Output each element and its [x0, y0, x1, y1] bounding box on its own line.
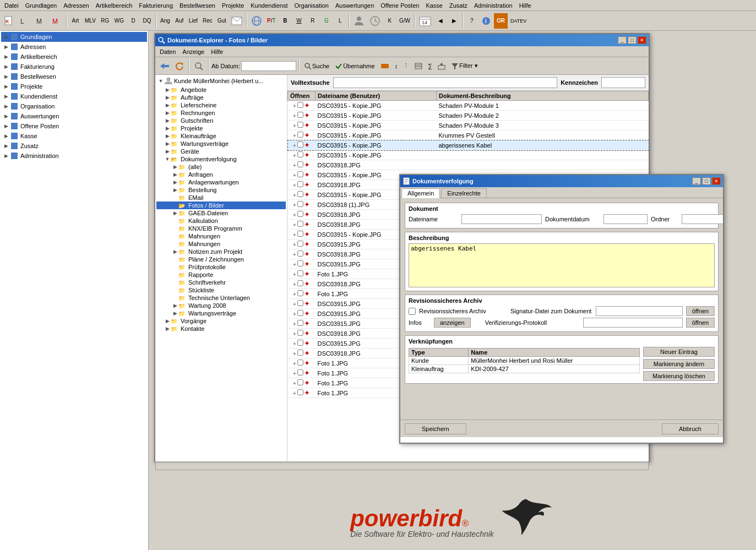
- tree-gutschriften[interactable]: ▶ 📁 Gutschriften: [156, 117, 286, 124]
- col-oeffnen[interactable]: Öffnen: [288, 91, 316, 101]
- menu-artikelbereich[interactable]: Artikelbereich: [93, 2, 136, 9]
- de-uebernahme-btn[interactable]: Übernahme: [333, 61, 377, 71]
- horizontal-scrollbar[interactable]: [155, 462, 649, 470]
- sidebar-item-offene-posten[interactable]: ▶ Offene Posten: [1, 121, 147, 131]
- dv-signatur-input[interactable]: [596, 306, 682, 316]
- dv-dateiname-input[interactable]: [461, 214, 542, 224]
- menu-administration[interactable]: Administration: [471, 2, 516, 9]
- tb-k[interactable]: K: [383, 13, 396, 29]
- de-menu-hilfe[interactable]: Hilfe: [208, 48, 226, 56]
- de-sigma-btn[interactable]: ∑: [426, 62, 434, 70]
- tree-wartungsvertraege2[interactable]: ▶ 📁 Wartungsverträge: [156, 309, 286, 317]
- table-row[interactable]: +✦DSC03915 - Kopie.JPGabgerissenes Kabel: [288, 140, 649, 150]
- doc-explorer-titlebar[interactable]: Dokument-Explorer - Fotos / Bilder _ □ ✕: [155, 34, 649, 46]
- kennzeichen-input[interactable]: [601, 77, 645, 88]
- dv-speichern-btn[interactable]: Speichern: [405, 423, 466, 434]
- table-row[interactable]: +✦DSC03915 - Kopie.JPGKrummes PV Gestell: [288, 130, 649, 140]
- de-menu-anzeige[interactable]: Anzeige: [179, 48, 208, 56]
- dv-close-button[interactable]: ✕: [712, 177, 721, 185]
- tb-dq[interactable]: DQ: [140, 13, 154, 29]
- de-export-btn[interactable]: [436, 61, 448, 71]
- de-search-btn[interactable]: [192, 60, 206, 72]
- de-back-btn[interactable]: [157, 61, 172, 71]
- tb-btn-m2[interactable]: M: [49, 13, 64, 29]
- tree-dokumentverfolgung[interactable]: ▼ 📂 Dokumentverfolgung: [156, 155, 286, 163]
- tab-einzelrechte[interactable]: Einzelrechte: [441, 188, 487, 198]
- sidebar-item-fakturierung[interactable]: ▶ Fakturierung: [1, 62, 147, 72]
- tb-rec[interactable]: Rec: [200, 13, 215, 29]
- tree-kalkulation[interactable]: 📁 Kalkulation: [156, 217, 286, 225]
- sidebar-item-bestellwesen[interactable]: ▶ Bestellwesen: [1, 72, 147, 81]
- menu-zusatz[interactable]: Zusatz: [446, 2, 471, 9]
- tb-btn-new[interactable]: K: [1, 13, 17, 29]
- table-row[interactable]: +✦DSC03918.JPG: [288, 160, 649, 170]
- col-beschreibung[interactable]: Dokument-Beschreibung: [437, 91, 649, 101]
- dv-beschreibung-textarea[interactable]: [409, 243, 715, 287]
- tree-fotos-bilder[interactable]: 📂 Fotos / Bilder: [156, 202, 286, 209]
- menu-projekte[interactable]: Projekte: [219, 2, 247, 9]
- tb-person[interactable]: [351, 13, 367, 29]
- tb-w[interactable]: W: [292, 13, 306, 29]
- menu-auswertungen[interactable]: Auswertungen: [332, 2, 377, 9]
- volltextsuche-input[interactable]: [333, 77, 557, 88]
- dv-markierung-loeschen-btn[interactable]: Markierung löschen: [643, 371, 715, 381]
- dv-neuer-eintrag-btn[interactable]: Neuer Eintrag: [643, 347, 715, 357]
- dv-abbruch-btn[interactable]: Abbruch: [662, 423, 719, 434]
- tb-clock[interactable]: [367, 13, 383, 29]
- tree-anfragen[interactable]: ▶ 📁 Anfragen: [156, 171, 286, 178]
- tb-or-btn[interactable]: OR: [494, 13, 508, 29]
- tree-kleinauftraege[interactable]: ▶ 📁 Kleinaufträge: [156, 132, 286, 140]
- sidebar-item-auswertungen[interactable]: ▶ Auswertungen: [1, 111, 147, 121]
- dv-verifizierung-input[interactable]: [583, 318, 682, 328]
- tree-mahnungen2[interactable]: 📁 Mahnungen: [156, 240, 286, 248]
- tree-alle[interactable]: ▶ 📁 (alle): [156, 163, 286, 171]
- tb-question[interactable]: ?: [465, 13, 478, 29]
- menu-hilfe[interactable]: Hilfe: [516, 2, 535, 9]
- tb-datev[interactable]: DATEV: [508, 13, 529, 29]
- tree-geraete[interactable]: ▶ 📁 Geräte: [156, 148, 286, 155]
- table-row[interactable]: +✦DSC03915 - Kopie.JPGSchaden PV-Module …: [288, 121, 649, 130]
- tree-stückliste[interactable]: 📁 Stückliste: [156, 286, 286, 294]
- tree-knx[interactable]: 📁 KNX/EIB Programm: [156, 225, 286, 232]
- tb-info[interactable]: i: [479, 13, 493, 29]
- sidebar-item-grundlagen[interactable]: ▶ Grundlagen: [1, 32, 147, 42]
- tb-lief[interactable]: Lief: [187, 13, 200, 29]
- tb-rg[interactable]: RG: [99, 13, 112, 29]
- tb-r[interactable]: R: [306, 13, 319, 29]
- sidebar-item-projekte[interactable]: ▶ Projekte: [1, 81, 147, 91]
- de-table-btn[interactable]: [412, 62, 425, 70]
- menu-grundlagen[interactable]: Grundlagen: [22, 2, 61, 9]
- tb-gw[interactable]: G/W: [397, 13, 412, 29]
- col-dateiname[interactable]: Dateiname (Benutzer): [316, 91, 437, 101]
- tree-plaene[interactable]: 📁 Pläne / Zeichnungen: [156, 255, 286, 263]
- tb-b[interactable]: B: [279, 13, 292, 29]
- dv-restore-button[interactable]: □: [702, 177, 711, 185]
- tree-gaeb[interactable]: ▶ 📁 GAEB-Dateien: [156, 209, 286, 217]
- tree-angebote[interactable]: ▶ 📁 Angebote: [156, 86, 286, 94]
- dv-minimize-button[interactable]: _: [692, 177, 701, 185]
- sidebar-item-administration[interactable]: ▶ Administration: [1, 151, 147, 161]
- tree-projekte[interactable]: ▶ 📁 Projekte: [156, 124, 286, 132]
- tb-arrow-right[interactable]: ▶: [448, 13, 461, 29]
- sidebar-item-zusatz[interactable]: ▶ Zusatz: [1, 141, 147, 151]
- tb-l2[interactable]: L: [334, 13, 347, 29]
- tb-g[interactable]: G: [320, 13, 333, 29]
- tb-d[interactable]: D: [127, 13, 140, 29]
- table-row[interactable]: +✦DSC03915 - Kopie.JPGSchaden PV-Module …: [288, 101, 649, 111]
- tree-rapporte[interactable]: 📁 Rapporte: [156, 271, 286, 279]
- de-filter-btn[interactable]: Filter ▾: [449, 61, 480, 71]
- tb-btn-m[interactable]: M: [33, 13, 48, 29]
- sidebar-item-kundendienst[interactable]: ▶ Kundendienst: [1, 91, 147, 101]
- close-button[interactable]: ✕: [638, 36, 646, 44]
- restore-button[interactable]: □: [628, 36, 637, 44]
- dv-dokumentdatum-input[interactable]: [603, 214, 648, 224]
- menu-datei[interactable]: Datei: [1, 2, 22, 9]
- dv-signatur-oeffnen-btn[interactable]: öffnen: [686, 306, 715, 316]
- tree-notizen[interactable]: ▶ 📁 Notizen zum Projekt: [156, 248, 286, 255]
- ab-datum-input[interactable]: [241, 61, 296, 71]
- tb-arrow-left[interactable]: ◀: [434, 13, 447, 29]
- tree-vorgaenge[interactable]: ▶ 📁 Vorgänge: [156, 317, 286, 325]
- tree-bestellung[interactable]: ▶ 📁 Bestellung: [156, 186, 286, 194]
- sidebar-item-adressen[interactable]: ▶ Adressen: [1, 42, 147, 52]
- de-refresh-btn[interactable]: [173, 61, 186, 72]
